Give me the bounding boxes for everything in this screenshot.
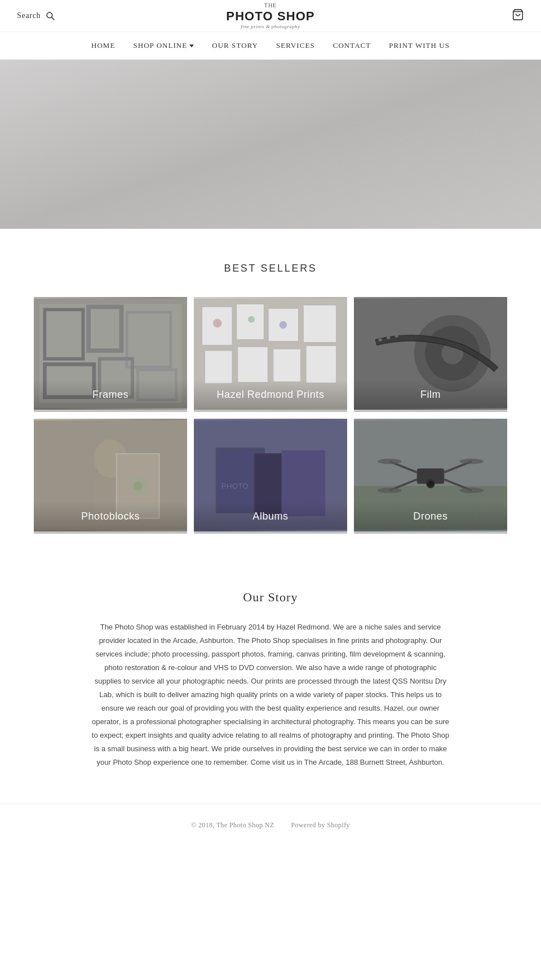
svg-line-1 <box>52 17 55 20</box>
svg-rect-4 <box>0 60 541 229</box>
search-button[interactable]: Search <box>17 11 55 21</box>
chevron-down-icon <box>189 45 194 47</box>
products-grid: Frames Hazel Redmond Prints <box>34 297 507 534</box>
nav-contact[interactable]: Contact <box>333 41 371 50</box>
hero-image <box>0 60 541 229</box>
main-nav: Home Shop Online Our Story Services Cont… <box>0 32 541 60</box>
our-story-section: Our Story The Photo Shop was established… <box>0 556 541 804</box>
nav-services[interactable]: Services <box>276 41 315 50</box>
our-story-body: The Photo Shop was established in Februa… <box>90 620 451 770</box>
cart-button[interactable] <box>512 8 524 23</box>
our-story-title: Our Story <box>90 590 451 605</box>
product-photoblocks[interactable]: Photoblocks <box>34 419 187 534</box>
best-sellers-section: BEST SELLERS Frames <box>0 229 541 556</box>
drones-label: Drones <box>354 502 507 534</box>
search-icon <box>45 11 55 21</box>
logo-top: The <box>226 2 314 9</box>
footer-copyright: © 2018, The Photo Shop NZ <box>191 821 274 830</box>
product-albums[interactable]: PHOTO Albums <box>194 419 347 534</box>
footer-powered: Powered by Shopify <box>291 821 349 830</box>
product-drones[interactable]: Drones <box>354 419 507 534</box>
frames-label: Frames <box>34 380 187 412</box>
product-film[interactable]: Film <box>354 297 507 412</box>
photoblocks-label: Photoblocks <box>34 502 187 534</box>
logo-main: PHOTO SHOP <box>226 9 314 24</box>
logo[interactable]: The PHOTO SHOP fine prints & photography <box>226 2 314 29</box>
hero-banner <box>0 60 541 229</box>
cart-icon <box>512 8 524 21</box>
svg-point-0 <box>47 12 52 18</box>
product-hazel-prints[interactable]: Hazel Redmond Prints <box>194 297 347 412</box>
hazel-label: Hazel Redmond Prints <box>194 380 347 412</box>
nav-print-with-us[interactable]: Print With Us <box>389 41 450 50</box>
nav-home[interactable]: Home <box>91 41 115 50</box>
logo-sub: fine prints & photography <box>226 24 314 29</box>
nav-our-story[interactable]: Our Story <box>212 41 258 50</box>
search-label: Search <box>17 11 41 20</box>
albums-label: Albums <box>194 502 347 534</box>
nav-shop-online[interactable]: Shop Online <box>133 41 194 50</box>
footer: © 2018, The Photo Shop NZ Powered by Sho… <box>0 804 541 846</box>
best-sellers-title: BEST SELLERS <box>34 263 507 274</box>
header: Search The PHOTO SHOP fine prints & phot… <box>0 0 541 32</box>
film-label: Film <box>354 380 507 412</box>
product-frames[interactable]: Frames <box>34 297 187 412</box>
